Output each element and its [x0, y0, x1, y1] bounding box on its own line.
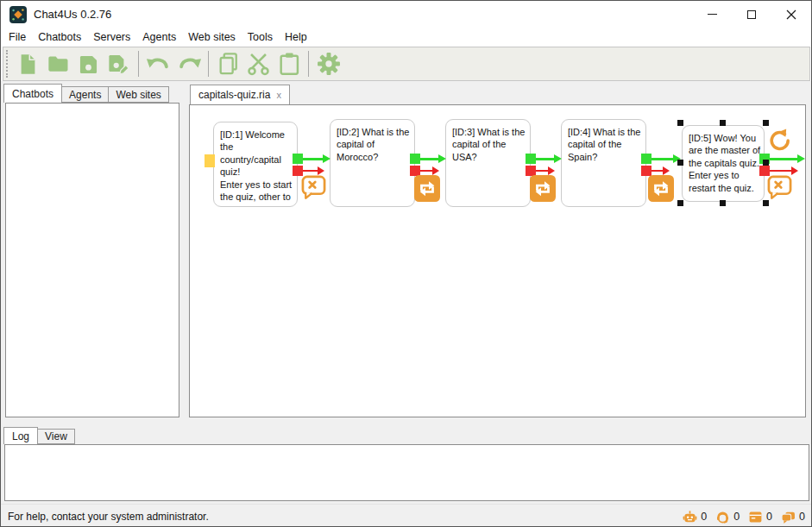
tab-capitals-quiz[interactable]: capitals-quiz.ria x — [190, 85, 290, 104]
open-folder-icon — [47, 52, 71, 76]
chat-counter: 0 — [781, 510, 805, 524]
minimize-button[interactable] — [692, 1, 732, 28]
menu-servers[interactable]: Servers — [87, 29, 136, 45]
edge-green[interactable] — [536, 158, 555, 160]
chatbot-count: 0 — [701, 511, 707, 523]
flow-canvas[interactable]: [ID:1] Welcome the country/capital quiz!… — [189, 104, 806, 417]
open-folder-button[interactable] — [44, 49, 72, 78]
website-count: 0 — [766, 511, 772, 523]
input-port[interactable] — [205, 154, 215, 167]
selection-handle[interactable] — [763, 160, 769, 166]
maximize-button[interactable] — [732, 1, 771, 28]
selection-handle[interactable] — [677, 160, 683, 166]
toolbar-separator — [138, 51, 139, 77]
menu-help[interactable]: Help — [279, 29, 313, 45]
app-logo-icon — [9, 6, 27, 23]
website-icon — [748, 510, 763, 524]
edge-red[interactable] — [770, 170, 791, 173]
cut-button[interactable] — [244, 49, 273, 78]
toolbar-gripper[interactable] — [6, 50, 8, 78]
success-port[interactable] — [410, 154, 420, 164]
app-window: Chat4Us 0.2.76 File Chatbots Servers Age… — [0, 0, 812, 527]
delete-message-icon[interactable] — [301, 175, 326, 200]
flow-node-2[interactable]: [ID:2] What is the capital of Morocco? — [330, 119, 415, 207]
selection-handle[interactable] — [763, 200, 769, 206]
save-button[interactable] — [74, 49, 103, 78]
toolbar — [3, 47, 810, 81]
copy-button[interactable] — [214, 49, 242, 78]
website-counter: 0 — [748, 510, 772, 524]
edge-red[interactable] — [303, 170, 318, 173]
paste-icon — [277, 52, 301, 76]
loop-icon[interactable] — [414, 175, 440, 202]
success-port[interactable] — [641, 154, 651, 164]
loop-icon[interactable] — [648, 175, 674, 202]
chatbots-list[interactable] — [5, 103, 179, 417]
cut-icon — [246, 52, 271, 77]
flow-node-1[interactable]: [ID:1] Welcome the country/capital quiz!… — [213, 122, 298, 207]
window-title: Chat4Us 0.2.76 — [34, 8, 111, 21]
edge-green-arrowhead — [797, 154, 805, 163]
selection-handle[interactable] — [677, 120, 683, 126]
status-counters: 0 0 0 — [674, 505, 805, 527]
selection-box — [677, 120, 769, 206]
settings-button[interactable] — [314, 49, 343, 78]
left-panel-tabs: Chatbots Agents Web sites — [3, 84, 168, 103]
status-bar: For help, contact your system administra… — [1, 504, 811, 527]
tab-close-icon[interactable]: x — [276, 90, 281, 100]
edge-green-arrowhead — [323, 154, 330, 163]
edge-red[interactable] — [536, 170, 548, 173]
loop-icon[interactable] — [530, 175, 556, 202]
edge-red-arrowhead — [432, 166, 439, 175]
success-port[interactable] — [526, 154, 536, 164]
selection-handle[interactable] — [763, 120, 769, 126]
tab-log[interactable]: Log — [3, 427, 38, 444]
save-icon — [77, 53, 100, 76]
toolbar-separator — [208, 51, 209, 77]
tab-view[interactable]: View — [37, 429, 75, 444]
tab-agents[interactable]: Agents — [61, 86, 109, 103]
edge-red[interactable] — [651, 170, 663, 173]
save-as-button[interactable] — [104, 49, 133, 78]
tab-web-sites[interactable]: Web sites — [108, 86, 168, 103]
tab-chatbots[interactable]: Chatbots — [3, 84, 62, 103]
menu-file[interactable]: File — [3, 29, 32, 45]
selection-handle[interactable] — [720, 200, 726, 206]
new-file-icon — [16, 53, 40, 76]
copy-icon — [217, 52, 241, 76]
minimize-icon — [708, 14, 717, 15]
restart-icon[interactable] — [766, 128, 792, 154]
edge-red[interactable] — [420, 170, 432, 173]
edge-green[interactable] — [770, 158, 797, 160]
edge-green[interactable] — [303, 158, 323, 160]
flow-node-3[interactable]: [ID:3] What is the capital of the USA? — [445, 119, 531, 207]
menu-web-sites[interactable]: Web sites — [182, 29, 242, 45]
menu-tools[interactable]: Tools — [242, 29, 279, 45]
delete-message-icon[interactable] — [767, 175, 792, 200]
edge-green[interactable] — [651, 158, 674, 160]
menu-chatbots[interactable]: Chatbots — [32, 29, 87, 45]
editor-tab-label: capitals-quiz.ria — [198, 89, 270, 101]
edge-red-arrowhead — [548, 166, 555, 175]
menu-agents[interactable]: Agents — [136, 29, 182, 45]
save-as-icon — [106, 52, 131, 77]
menu-bar: File Chatbots Servers Agents Web sites T… — [1, 28, 811, 47]
new-file-button[interactable] — [14, 49, 42, 78]
paste-button[interactable] — [274, 49, 303, 78]
selection-handle[interactable] — [720, 120, 726, 126]
editor-tabs: capitals-quiz.ria x — [190, 85, 289, 104]
flow-node-4[interactable]: [ID:4] What is the capital of the Spain? — [561, 119, 646, 207]
undo-button[interactable] — [144, 49, 173, 78]
redo-icon — [176, 53, 202, 75]
title-bar[interactable]: Chat4Us 0.2.76 — [1, 1, 811, 28]
chatbot-counter: 0 — [683, 510, 707, 524]
success-port[interactable] — [293, 154, 303, 164]
redo-button[interactable] — [174, 49, 203, 78]
close-button[interactable] — [771, 1, 811, 28]
close-icon — [786, 9, 796, 20]
edge-red-arrowhead — [318, 166, 324, 175]
settings-gear-icon — [317, 52, 341, 76]
selection-handle[interactable] — [677, 200, 683, 206]
edge-green[interactable] — [420, 158, 439, 160]
status-help-text: For help, contact your system administra… — [8, 511, 209, 523]
